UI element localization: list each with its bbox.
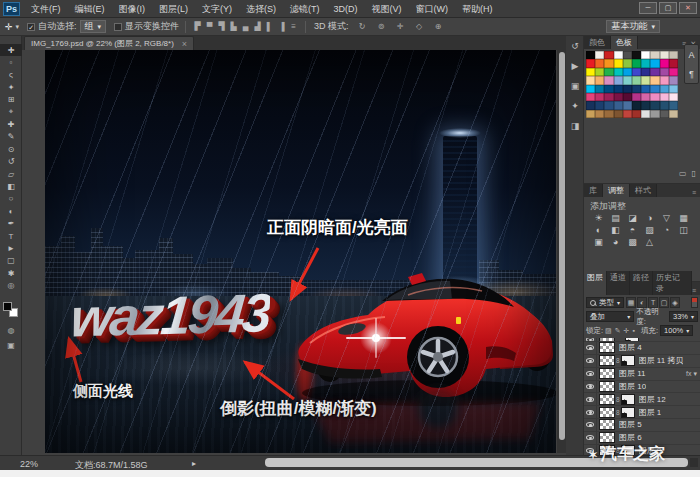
swatch[interactable]: [650, 110, 659, 118]
tool-move[interactable]: ✛: [0, 44, 22, 56]
layer-row[interactable]: 8 图层 12: [584, 393, 700, 406]
swatch[interactable]: [660, 51, 669, 59]
swatch[interactable]: [614, 59, 623, 67]
menu-item[interactable]: 滤镜(T): [283, 0, 327, 18]
swatch[interactable]: [660, 101, 669, 109]
layer-thumbnail[interactable]: [599, 368, 615, 379]
swatch[interactable]: [660, 68, 669, 76]
actions-panel-icon[interactable]: ▶: [566, 56, 584, 76]
panel-tab[interactable]: 图层: [584, 271, 607, 295]
swatch[interactable]: [660, 76, 669, 84]
swatch[interactable]: [660, 59, 669, 67]
workspace-switcher[interactable]: 基本功能 ▾: [606, 20, 660, 33]
visibility-toggle[interactable]: [584, 406, 597, 418]
panel-tab[interactable]: 历史记录: [653, 271, 692, 295]
panel-menu-icon[interactable]: ≡: [692, 287, 696, 294]
layer-row[interactable]: 图层 4: [584, 342, 700, 355]
layer-row[interactable]: 图层 6: [584, 432, 700, 445]
adj-levels[interactable]: ▤: [607, 213, 624, 225]
swatch[interactable]: [632, 85, 641, 93]
layer-name[interactable]: 图层 11: [619, 368, 646, 379]
layer-mask-thumbnail[interactable]: [621, 394, 635, 405]
menu-item[interactable]: 3D(D): [327, 0, 365, 18]
tool-path-selection[interactable]: ►: [0, 242, 22, 254]
tool-history-brush[interactable]: ↺: [0, 156, 22, 168]
chevron-down-icon[interactable]: ▾: [16, 23, 20, 31]
close[interactable]: ✕: [679, 2, 697, 14]
swatch[interactable]: [669, 59, 678, 67]
quick-mask-button[interactable]: ◍: [0, 326, 22, 335]
tool-lasso[interactable]: ς: [0, 69, 22, 81]
tool-marquee[interactable]: ▫: [0, 56, 22, 68]
vertical-scrollbar-thumb[interactable]: [559, 52, 565, 440]
panel-tab[interactable]: 色板: [611, 36, 638, 49]
swatch[interactable]: [623, 68, 632, 76]
layer-thumbnail[interactable]: [599, 432, 615, 443]
minimize[interactable]: ─: [639, 2, 657, 14]
swatch[interactable]: [604, 93, 613, 101]
lock-transparent-icon[interactable]: ▨: [605, 327, 612, 335]
show-transform-checkbox[interactable]: [114, 23, 122, 31]
align-icon[interactable]: ▀: [204, 22, 215, 31]
filter-toggle-pin[interactable]: [691, 297, 698, 308]
layer-thumbnail[interactable]: [599, 394, 615, 405]
swatch[interactable]: [660, 110, 669, 118]
visibility-toggle[interactable]: [584, 381, 597, 393]
swatch[interactable]: [614, 93, 623, 101]
mode-3d-icon[interactable]: ⊕: [433, 22, 444, 31]
swatch[interactable]: [595, 101, 604, 109]
swatch[interactable]: [614, 101, 623, 109]
swatch[interactable]: [641, 85, 650, 93]
filter-smart-objects[interactable]: ◈: [670, 297, 680, 308]
layer-name[interactable]: 图层 10: [619, 381, 646, 392]
layer-row[interactable]: 图层 11 fx ▾: [584, 368, 700, 381]
swatch[interactable]: [641, 76, 650, 84]
adj-curves[interactable]: ◪: [624, 213, 641, 225]
panel-menu-icon[interactable]: ≡: [692, 189, 696, 196]
close-icon[interactable]: ×: [182, 39, 187, 49]
visibility-toggle[interactable]: [584, 355, 597, 367]
layer-name[interactable]: 图层 1: [639, 407, 662, 418]
align-icon[interactable]: ▄: [240, 22, 251, 31]
menu-item[interactable]: 视图(V): [365, 0, 409, 18]
swatch[interactable]: [632, 68, 641, 76]
document-tab[interactable]: IMG_1769.psd @ 22% (图层 2, RGB/8*) ×: [24, 36, 194, 50]
panel-tab[interactable]: 库: [584, 184, 603, 197]
swatch[interactable]: [595, 85, 604, 93]
swatch[interactable]: [623, 110, 632, 118]
layer-name[interactable]: 图层 5: [619, 419, 642, 430]
swatch[interactable]: [669, 93, 678, 101]
layer-row[interactable]: 图层 5: [584, 419, 700, 432]
swatch[interactable]: [595, 59, 604, 67]
menu-item[interactable]: 文件(F): [24, 0, 68, 18]
swatch[interactable]: [632, 101, 641, 109]
swatch[interactable]: [632, 93, 641, 101]
blend-mode-dropdown[interactable]: 叠加 ▾: [586, 311, 634, 322]
layer-row[interactable]: 图层 10: [584, 381, 700, 394]
swatch[interactable]: [604, 101, 613, 109]
align-icon[interactable]: ≡: [288, 22, 299, 31]
swatch[interactable]: [641, 51, 650, 59]
swatch[interactable]: [669, 51, 678, 59]
delete-swatch-icon[interactable]: ▯: [692, 169, 696, 178]
align-icon[interactable]: ▐: [276, 22, 287, 31]
swatch[interactable]: [604, 68, 613, 76]
tool-eyedropper[interactable]: ⌖: [0, 106, 22, 118]
menu-item[interactable]: 帮助(H): [455, 0, 500, 18]
auto-select-checkbox[interactable]: ✓: [27, 23, 35, 31]
swatch[interactable]: [623, 51, 632, 59]
mode-3d-icon[interactable]: ↻: [357, 22, 368, 31]
character-panel-icon[interactable]: A: [685, 45, 698, 64]
swatch[interactable]: [623, 93, 632, 101]
swatch[interactable]: [669, 85, 678, 93]
layer-name[interactable]: 图层 6: [619, 432, 642, 443]
swatch[interactable]: [623, 76, 632, 84]
swatch[interactable]: [604, 85, 613, 93]
adj-posterize[interactable]: ▣: [590, 237, 607, 249]
layer-thumbnail[interactable]: [599, 342, 615, 353]
swatch[interactable]: [623, 59, 632, 67]
adj-threshold[interactable]: ◕: [607, 237, 624, 249]
adj-photo-filter[interactable]: ◓: [624, 225, 641, 237]
tool-clone-stamp[interactable]: ⊙: [0, 143, 22, 155]
tool-blur[interactable]: ○: [0, 193, 22, 205]
